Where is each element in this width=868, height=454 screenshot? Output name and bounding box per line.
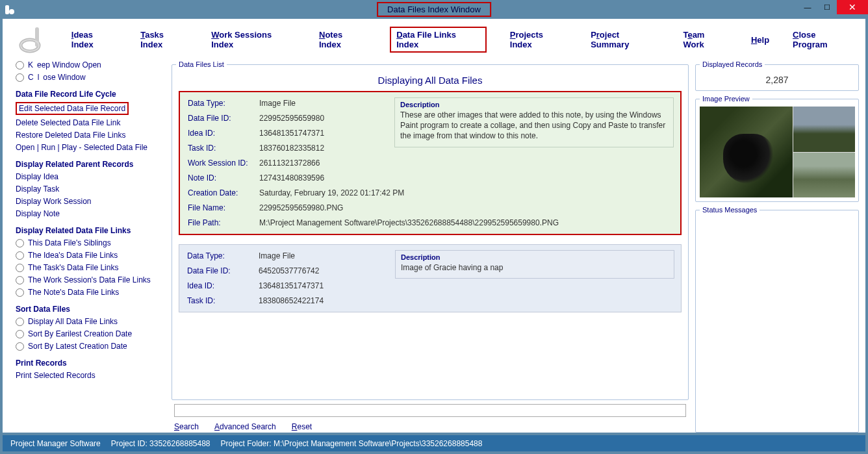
radio-ws-links[interactable]: The Work Session's Data File Links — [16, 275, 165, 284]
preview-thumbnail — [793, 153, 855, 198]
value-creation-date: Saturday, February 19, 2022 01:17:42 PM — [259, 188, 672, 197]
preview-thumbnail — [700, 107, 793, 197]
status-project-folder: Project Folder: M:\Project Management So… — [221, 439, 483, 448]
label-idea-id: Idea ID: — [188, 129, 259, 138]
label-file-name: File Name: — [188, 203, 259, 212]
preview-thumbnail — [793, 107, 855, 152]
advanced-search-link[interactable]: Advanced Search — [214, 422, 276, 431]
radio-siblings[interactable]: This Data File's Siblings — [16, 238, 165, 247]
value-file-path: M:\Project Management Software\Projects\… — [259, 218, 672, 227]
search-input[interactable] — [174, 404, 686, 417]
image-preview — [700, 107, 854, 197]
logo-icon — [16, 24, 52, 55]
link-print-selected[interactable]: Print Selected Records — [16, 371, 165, 380]
radio-idea-links[interactable]: The Idea's Data File Links — [16, 251, 165, 260]
label-data-file-id: Data File ID: — [187, 266, 259, 275]
svg-rect-1 — [9, 9, 14, 14]
nav-project-summary[interactable]: Project Summary — [591, 30, 659, 49]
parent-records-heading: Display Related Parent Records — [16, 160, 165, 169]
nav-notes-index[interactable]: Notes Index — [319, 30, 366, 49]
status-messages-legend: Status Messages — [700, 206, 760, 214]
window-title: Data Files Index Window — [377, 2, 491, 17]
close-button[interactable]: ✕ — [837, 0, 868, 14]
status-app-name: Project Manager Software — [10, 439, 101, 448]
svg-rect-0 — [5, 5, 9, 14]
radio-close-window[interactable]: Close Window — [16, 73, 165, 82]
sort-heading: Sort Data Files — [16, 305, 165, 314]
description-box: Description These are other images that … — [394, 97, 674, 147]
description-box: Description Image of Gracie having a nap — [395, 250, 674, 279]
status-messages-fieldset: Status Messages — [695, 206, 859, 433]
app-icon — [4, 2, 19, 18]
search-row — [172, 403, 689, 418]
nav-tasks-index[interactable]: Tasks Index — [140, 30, 188, 49]
radio-sort-all[interactable]: Display All Data File Links — [16, 317, 165, 326]
label-data-type: Data Type: — [187, 251, 259, 260]
description-label: Description — [401, 253, 669, 261]
titlebar: Data Files Index Window — ☐ ✕ — [0, 0, 868, 19]
list-header: Displaying All Data Files — [176, 72, 684, 91]
status-project-id: Project ID: 33526268885488 — [111, 439, 211, 448]
related-links-heading: Display Related Data File Links — [16, 226, 165, 235]
nav-ideas-index[interactable]: Ideas Index — [71, 30, 117, 49]
nav-projects-index[interactable]: Projects Index — [510, 30, 567, 49]
description-text: These are other images that were added t… — [400, 110, 668, 142]
center-panel: Data Files List Displaying All Data File… — [172, 60, 689, 433]
right-panel: Displayed Records 2,287 Image Preview St… — [695, 60, 859, 433]
list-scroll[interactable]: Description These are other images that … — [176, 91, 684, 396]
link-open-run-play[interactable]: Open | Run | Play - Selected Data File — [16, 143, 165, 152]
radio-note-links[interactable]: The Note's Data File Links — [16, 288, 165, 297]
link-display-note[interactable]: Display Note — [16, 209, 165, 218]
radio-task-links[interactable]: The Task's Data File Links — [16, 263, 165, 272]
record-card[interactable]: Description These are other images that … — [179, 91, 682, 235]
link-delete-link[interactable]: Delete Selected Data File Link — [16, 118, 165, 127]
displayed-records-legend: Displayed Records — [700, 60, 765, 68]
label-creation-date: Creation Date: — [188, 188, 259, 197]
reset-link[interactable]: Reset — [292, 422, 312, 431]
radio-sort-earliest[interactable]: Sort By Earilest Creation Date — [16, 329, 165, 338]
link-edit-record[interactable]: Edit Selected Data File Record — [16, 102, 129, 115]
link-display-work-session[interactable]: Display Work Session — [16, 197, 165, 206]
nav-close-program[interactable]: Close Program — [793, 30, 852, 49]
record-card[interactable]: Description Image of Gracie having a nap… — [179, 244, 682, 312]
search-link[interactable]: Search — [174, 422, 199, 431]
displayed-records-fieldset: Displayed Records 2,287 — [695, 60, 859, 91]
value-file-name: 229952595659980.PNG — [259, 203, 672, 212]
toolbar: Ideas Index Tasks Index Work Sessions In… — [3, 19, 865, 58]
label-ws-id: Work Session ID: — [188, 158, 259, 168]
label-idea-id: Idea ID: — [187, 281, 259, 290]
value-task-id: 183808652422174 — [259, 296, 673, 305]
link-display-task[interactable]: Display Task — [16, 184, 165, 194]
label-task-id: Task ID: — [187, 296, 259, 305]
lifecycle-heading: Data File Record Life Cycle — [16, 90, 165, 99]
left-panel: Keep Window Open Close Window Data File … — [16, 60, 165, 433]
link-restore-links[interactable]: Restore Deleted Data File Links — [16, 131, 165, 140]
maximize-button[interactable]: ☐ — [817, 0, 837, 14]
link-display-idea[interactable]: Display Idea — [16, 172, 165, 181]
print-heading: Print Records — [16, 359, 165, 368]
minimize-button[interactable]: — — [798, 0, 817, 14]
image-preview-fieldset: Image Preview — [695, 95, 859, 202]
displayed-records-count: 2,287 — [700, 72, 854, 86]
nav-help[interactable]: Help — [751, 35, 769, 45]
radio-keep-window-open[interactable]: Keep Window Open — [16, 60, 165, 69]
description-label: Description — [400, 101, 668, 108]
data-files-list-fieldset: Data Files List Displaying All Data File… — [172, 60, 689, 400]
nav-team-work[interactable]: Team Work — [683, 30, 727, 49]
description-text: Image of Gracie having a nap — [401, 262, 669, 273]
label-note-id: Note ID: — [188, 173, 259, 183]
nav-data-file-links-index[interactable]: Data File Links Index — [390, 27, 487, 53]
label-file-path: File Path: — [188, 218, 259, 227]
radio-sort-latest[interactable]: Sort By Latest Creation Date — [16, 342, 165, 351]
value-idea-id: 136481351747371 — [259, 281, 673, 290]
image-preview-legend: Image Preview — [700, 95, 752, 103]
statusbar: Project Manager Software Project ID: 335… — [3, 435, 865, 451]
value-note-id: 127431480839596 — [259, 173, 672, 183]
nav-work-sessions-index[interactable]: Work Sessions Index — [211, 30, 296, 49]
label-data-type: Data Type: — [188, 99, 259, 108]
value-ws-id: 26111321372866 — [259, 158, 672, 168]
label-data-file-id: Data File ID: — [188, 114, 259, 123]
list-legend: Data Files List — [176, 60, 227, 68]
label-task-id: Task ID: — [188, 144, 259, 153]
